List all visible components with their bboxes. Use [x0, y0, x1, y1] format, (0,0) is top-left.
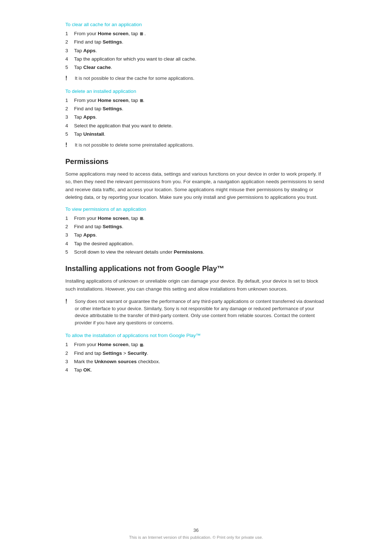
list-item: 4 Tap OK.: [65, 366, 327, 374]
list-item: 5 Scroll down to view the relevant detai…: [65, 249, 327, 256]
note-icon: !: [65, 75, 71, 82]
allow-install-heading: To allow the installation of application…: [65, 333, 327, 338]
list-item: 1 From your Home screen, tap ⊞.: [65, 215, 327, 222]
permissions-title: Permissions: [65, 157, 327, 166]
list-item: 4 Select the application that you want t…: [65, 122, 327, 130]
delete-app-steps: 1 From your Home screen, tap ⊞. 2 Find a…: [65, 97, 327, 138]
delete-app-section: To delete an installed application 1 Fro…: [65, 89, 327, 149]
page-number: 36: [0, 528, 392, 533]
list-item: 1 From your Home screen, tap ⊞ .: [65, 30, 327, 37]
delete-app-note: ! It is not possible to delete some prei…: [65, 141, 327, 149]
footer-note: This is an Internet version of this publ…: [0, 535, 392, 539]
note-icon: !: [65, 298, 71, 305]
page-container: To clear all cache for an application 1 …: [0, 0, 392, 554]
clear-cache-section: To clear all cache for an application 1 …: [65, 22, 327, 82]
delete-app-heading: To delete an installed application: [65, 89, 327, 94]
clear-cache-steps: 1 From your Home screen, tap ⊞ . 2 Find …: [65, 30, 327, 71]
list-item: 2 Find and tap Settings.: [65, 223, 327, 230]
note-text: It is not possible to delete some preins…: [75, 141, 194, 149]
installing-apps-section: Installing applications not from Google …: [65, 264, 327, 374]
installing-apps-title: Installing applications not from Google …: [65, 264, 327, 273]
permissions-body: Some applications may need to access dat…: [65, 170, 327, 201]
list-item: 4 Tap the desired application.: [65, 240, 327, 247]
clear-cache-heading: To clear all cache for an application: [65, 22, 327, 27]
permissions-section: Permissions Some applications may need t…: [65, 157, 327, 256]
list-item: 1 From your Home screen, tap ⊞.: [65, 97, 327, 104]
clear-cache-note: ! It is not possible to clear the cache …: [65, 75, 327, 82]
page-footer: 36 This is an Internet version of this p…: [0, 528, 392, 539]
note-icon: !: [65, 142, 71, 148]
list-item: 3 Tap Apps.: [65, 231, 327, 239]
note-text: It is not possible to clear the cache fo…: [75, 75, 195, 82]
list-item: 1 From your Home screen, tap ⊞.: [65, 341, 327, 348]
list-item: 2 Find and tap Settings.: [65, 105, 327, 112]
list-item: 3 Tap Apps.: [65, 114, 327, 121]
list-item: 5 Tap Clear cache.: [65, 64, 327, 71]
note-text: Sony does not warrant or guarantee the p…: [75, 298, 327, 326]
list-item: 2 Find and tap Settings > Security.: [65, 350, 327, 357]
list-item: 3 Tap Apps.: [65, 47, 327, 54]
list-item: 3 Mark the Unknown sources checkbox.: [65, 358, 327, 365]
view-permissions-heading: To view permissions of an application: [65, 206, 327, 212]
list-item: 4 Tap the application for which you want…: [65, 56, 327, 63]
installing-apps-note: ! Sony does not warrant or guarantee the…: [65, 298, 327, 326]
installing-apps-body: Installing applications of unknown or un…: [65, 277, 327, 293]
view-permissions-steps: 1 From your Home screen, tap ⊞. 2 Find a…: [65, 215, 327, 256]
list-item: 2 Find and tap Settings.: [65, 38, 327, 46]
list-item: 5 Tap Uninstall.: [65, 131, 327, 138]
allow-install-steps: 1 From your Home screen, tap ⊞. 2 Find a…: [65, 341, 327, 374]
